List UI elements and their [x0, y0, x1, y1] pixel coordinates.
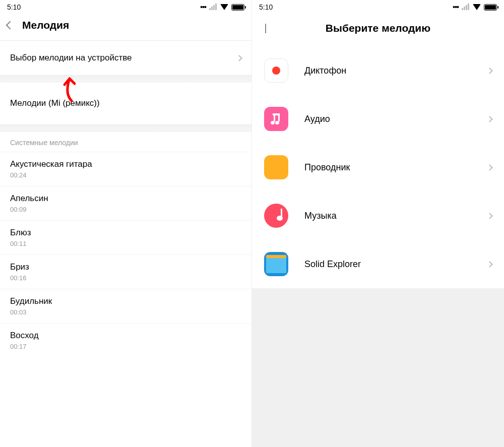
app-row-files[interactable]: Проводник — [252, 143, 504, 191]
ringtone-item[interactable]: Блюз 00:11 — [0, 220, 251, 254]
app-row-audio[interactable]: Аудио — [252, 95, 504, 143]
files-icon — [264, 155, 288, 179]
row-mi-remix[interactable]: Мелодии (Mi (ремикс)) — [0, 82, 251, 124]
ringtone-name: Апельсин — [10, 194, 241, 204]
status-time: 5:10 — [7, 3, 21, 11]
status-bar: 5:10 ••• — [0, 0, 251, 14]
chevron-right-icon — [486, 164, 493, 171]
ringtone-duration: 00:11 — [10, 240, 241, 247]
ringtone-item[interactable]: Будильник 00:03 — [0, 289, 251, 323]
ringtone-duration: 00:16 — [10, 274, 241, 282]
status-icons: ••• — [453, 3, 497, 11]
chevron-right-icon — [486, 213, 493, 219]
chevron-right-icon — [486, 116, 493, 122]
ringtone-duration: 00:24 — [10, 171, 241, 179]
chevron-right-icon — [486, 261, 493, 268]
app-label: Solid Explorer — [304, 259, 361, 270]
audio-icon — [264, 107, 288, 131]
more-dots-icon: ••• — [453, 3, 459, 11]
screen-melody: 5:10 ••• Мелодия Выбор мелодии на устрой… — [0, 0, 252, 447]
empty-area — [252, 288, 504, 447]
chevron-right-icon — [236, 55, 242, 61]
back-icon — [265, 24, 266, 33]
app-label: Проводник — [304, 162, 350, 173]
ringtone-duration: 00:03 — [10, 308, 241, 316]
section-header-system: Системные мелодии — [0, 132, 251, 152]
back-icon[interactable] — [6, 21, 15, 30]
more-dots-icon: ••• — [200, 3, 206, 11]
app-label: Диктофон — [304, 66, 346, 76]
page-title: Выберите мелодию — [326, 22, 430, 34]
ringtone-name: Бриз — [10, 262, 241, 272]
battery-icon — [231, 4, 244, 11]
wifi-icon — [220, 4, 228, 10]
status-time: 5:10 — [259, 3, 273, 11]
ringtone-item[interactable]: Бриз 00:16 — [0, 254, 251, 289]
battery-icon — [484, 4, 497, 11]
ringtone-item[interactable]: Акустическая гитара 00:24 — [0, 152, 251, 186]
app-row-solid-explorer[interactable]: Solid Explorer — [252, 240, 504, 288]
music-note-icon — [271, 113, 282, 124]
music-icon — [264, 204, 288, 228]
title-bar: Мелодия — [0, 14, 251, 40]
wifi-icon — [473, 4, 481, 10]
status-bar: 5:10 ••• — [252, 0, 504, 14]
app-row-music[interactable]: Музыка — [252, 191, 504, 240]
ringtone-item[interactable]: Апельсин 00:09 — [0, 186, 251, 220]
app-label: Музыка — [304, 211, 337, 221]
section-gap — [0, 124, 251, 132]
chevron-right-icon — [486, 68, 493, 74]
row-pick-on-device[interactable]: Выбор мелодии на устройстве — [0, 41, 251, 75]
ringtone-name: Блюз — [10, 228, 241, 238]
section-gap — [0, 75, 251, 82]
recorder-icon — [264, 58, 288, 83]
row-label: Мелодии (Mi (ремикс)) — [10, 98, 100, 108]
ringtone-name: Восход — [10, 331, 241, 341]
screen-choose-melody: 5:10 ••• Выберите мелодию Диктофон Аудио — [252, 0, 504, 447]
title-bar: Выберите мелодию — [252, 14, 504, 46]
solid-explorer-icon — [264, 252, 288, 276]
ringtone-duration: 00:17 — [10, 343, 241, 350]
ringtone-name: Будильник — [10, 296, 241, 306]
ringtone-name: Акустическая гитара — [10, 159, 241, 169]
signal-icon — [462, 4, 470, 10]
row-label: Выбор мелодии на устройстве — [10, 53, 132, 63]
app-label: Аудио — [304, 114, 330, 124]
signal-icon — [209, 4, 217, 10]
ringtone-item[interactable]: Восход 00:17 — [0, 323, 251, 357]
page-title: Мелодия — [22, 19, 69, 31]
app-row-recorder[interactable]: Диктофон — [252, 46, 504, 95]
back-button[interactable] — [265, 24, 266, 33]
status-icons: ••• — [200, 3, 244, 11]
ringtone-duration: 00:09 — [10, 206, 241, 213]
